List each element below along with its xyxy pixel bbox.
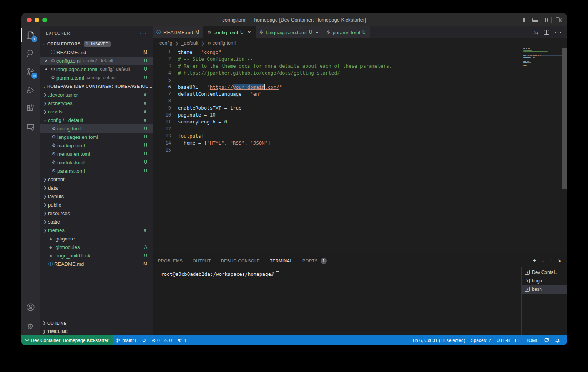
open-editor-languages.en.toml[interactable]: ●⚙languages.en.tomlconfig/_defaultU: [40, 65, 153, 73]
tree-item-themes[interactable]: ❯themes: [40, 226, 153, 234]
new-terminal-icon[interactable]: +: [533, 257, 536, 264]
status-git-branch[interactable]: main*+: [113, 335, 140, 345]
code-line-12[interactable]: 12: [153, 125, 567, 132]
tree-item-public[interactable]: ❯public: [40, 200, 153, 209]
code-line-1[interactable]: 1theme = "congo": [153, 48, 567, 55]
toggle-sidebar-icon[interactable]: [523, 18, 528, 22]
code-line-15[interactable]: 15: [153, 147, 567, 153]
breadcrumb-item[interactable]: ⚙ config.toml: [207, 40, 236, 46]
tree-item-archetypes[interactable]: ❯archetypes: [40, 99, 153, 107]
status-forwarded-ports[interactable]: 1: [174, 335, 189, 345]
code-line-14[interactable]: 14 home = ["HTML", "RSS", "JSON"]: [153, 139, 567, 146]
toggle-panel-icon[interactable]: [532, 18, 538, 22]
open-editor-params.toml[interactable]: ⚙params.tomlconfig/_defaultU: [40, 73, 153, 82]
section-timeline[interactable]: ❯TIMELINE: [40, 327, 153, 335]
tree-item-module.toml[interactable]: ⚙module.tomlU: [40, 158, 153, 167]
tree-item-languages.en.toml[interactable]: ⚙languages.en.tomlU: [40, 133, 153, 141]
minimap[interactable]: [523, 48, 562, 69]
status-feedback[interactable]: [541, 335, 552, 345]
minimize-window-button[interactable]: [35, 18, 39, 22]
close-window-button[interactable]: [27, 18, 32, 22]
code-line-6[interactable]: 6baseURL = "https://your_domain.com/": [153, 83, 567, 90]
tree-item-menus.en.toml[interactable]: ⚙menus.en.tomlU: [40, 150, 153, 158]
status-language-mode[interactable]: TOML: [523, 335, 541, 345]
tree-item-resources[interactable]: ❯resources: [40, 209, 153, 217]
tree-item-content[interactable]: ❯content: [40, 175, 153, 183]
close-icon[interactable]: ✕: [43, 58, 50, 63]
code-line-3[interactable]: 3# Refer to the theme docs for more deta…: [153, 62, 567, 69]
code-line-13[interactable]: 13[outputs]: [153, 132, 567, 139]
tree-item-layouts[interactable]: ❯layouts: [40, 192, 153, 200]
split-editor-icon[interactable]: [544, 30, 549, 35]
status-encoding[interactable]: UTF-8: [494, 335, 512, 345]
panel-tab-problems[interactable]: PROBLEMS: [158, 254, 183, 267]
section-outline[interactable]: ❯OUTLINE: [40, 319, 153, 327]
workspace-folder-header[interactable]: ⌄ HOMEPAGE [DEV CONTAINER: HOMEPAGE KIC.…: [40, 82, 153, 90]
tree-item-README.md[interactable]: ⓘREADME.mdM: [40, 260, 153, 268]
tree-item-.gitmodules[interactable]: ◆.gitmodulesA: [40, 243, 153, 251]
terminal-session-DevContai[interactable]: ❯Dev Contai...: [522, 268, 567, 277]
tree-item-params.toml[interactable]: ⚙params.tomlU: [40, 167, 153, 175]
maximize-panel-icon[interactable]: ⌃: [550, 259, 553, 263]
code-line-7[interactable]: 7defaultContentLanguage = "en": [153, 90, 567, 97]
terminal-session-hugo[interactable]: ❯hugo: [522, 277, 567, 285]
code-line-11[interactable]: 11summaryLength = 0: [153, 118, 567, 125]
unsaved-dot[interactable]: ●: [316, 30, 318, 34]
close-icon[interactable]: ✕: [247, 30, 251, 35]
panel-tab-output[interactable]: OUTPUT: [193, 254, 211, 267]
code-line-10[interactable]: 10paginate = 10: [153, 112, 567, 118]
zoom-window-button[interactable]: [42, 18, 47, 22]
close-panel-icon[interactable]: ✕: [558, 258, 562, 264]
tab-params.toml[interactable]: ⚙params.tomlU: [322, 26, 370, 38]
tab-languages.en.toml[interactable]: ⚙languages.en.tomlU●: [256, 26, 322, 38]
remote-indicator[interactable]: >< Dev Container: Homepage Kickstarter: [21, 335, 113, 345]
status-problems[interactable]: ⊗0⚠0: [149, 335, 174, 345]
tree-item-assets[interactable]: ❯assets: [40, 107, 153, 116]
status-indentation[interactable]: Spaces: 2: [468, 335, 493, 345]
activity-accounts[interactable]: [21, 299, 40, 317]
activity-settings[interactable]: ⚙: [21, 317, 40, 335]
tree-item-.gitignore[interactable]: ◆.gitignore: [40, 234, 153, 243]
code-line-4[interactable]: 4# https://jpanther.github.io/congo/docs…: [153, 70, 567, 77]
activity-source-control[interactable]: 15: [21, 63, 40, 82]
terminal-dropdown-icon[interactable]: ⌄: [541, 259, 544, 263]
panel-tab-ports[interactable]: PORTS1: [302, 254, 327, 267]
tree-item-.hugo_build.lock[interactable]: ≡.hugo_build.lockU: [40, 251, 153, 260]
tab-README.md[interactable]: ⓘREADME.mdM: [153, 26, 203, 38]
activity-extensions[interactable]: [21, 100, 40, 118]
open-editors-header[interactable]: ⌄ OPEN EDITORS 1 UNSAVED: [40, 40, 153, 48]
tree-item-config_default[interactable]: ⌄config / _default: [40, 116, 153, 124]
code-line-5[interactable]: 5: [153, 77, 567, 83]
status-sync[interactable]: ⟳: [140, 335, 149, 345]
explorer-more-actions-icon[interactable]: ···: [140, 30, 146, 36]
customize-layout-icon[interactable]: [556, 17, 562, 22]
terminal-output[interactable]: root@a0cb0adeb2da:/workspaces/homepage#: [153, 267, 521, 335]
tree-item-data[interactable]: ❯data: [40, 183, 153, 192]
code-editor[interactable]: 1theme = "congo"2# -- Site Configuration…: [153, 48, 567, 254]
panel-tab-terminal[interactable]: TERMINAL: [270, 254, 292, 267]
tree-item-static[interactable]: ❯static: [40, 217, 153, 226]
breadcrumb-item[interactable]: _default: [181, 40, 198, 46]
activity-explorer[interactable]: 1: [21, 26, 40, 45]
status-cursor-position[interactable]: Ln 6, Col 31 (11 selected): [410, 335, 468, 345]
editor-more-actions-icon[interactable]: ···: [555, 29, 562, 36]
unsaved-dot[interactable]: ●: [43, 67, 50, 71]
open-changes-icon[interactable]: ⇆: [534, 29, 538, 35]
open-editor-config.toml[interactable]: ✕⚙config.tomlconfig/_defaultU: [40, 57, 153, 65]
terminal-session-bash[interactable]: ❯bash: [522, 285, 567, 294]
panel-tab-debug-console[interactable]: DEBUG CONSOLE: [221, 254, 260, 267]
activity-search[interactable]: [21, 45, 40, 63]
tree-item-markup.toml[interactable]: ⚙markup.tomlU: [40, 141, 153, 150]
toggle-secondary-sidebar-icon[interactable]: [542, 18, 548, 22]
code-line-9[interactable]: 9enableRobotsTXT = true: [153, 105, 567, 112]
status-notifications[interactable]: [552, 335, 563, 345]
tree-item-config.toml[interactable]: ⚙config.tomlU: [40, 124, 153, 133]
status-eol[interactable]: LF: [512, 335, 523, 345]
open-editor-README.md[interactable]: ⓘREADME.mdM: [40, 48, 153, 57]
activity-run-debug[interactable]: [21, 82, 40, 100]
editor-scrollbar[interactable]: [562, 48, 567, 254]
tab-config.toml[interactable]: ⚙config.tomlU✕: [203, 26, 255, 38]
breadcrumb-item[interactable]: config: [159, 40, 172, 46]
activity-remote-explorer[interactable]: [21, 118, 40, 137]
tree-item-.devcontainer[interactable]: ❯.devcontainer: [40, 90, 153, 99]
